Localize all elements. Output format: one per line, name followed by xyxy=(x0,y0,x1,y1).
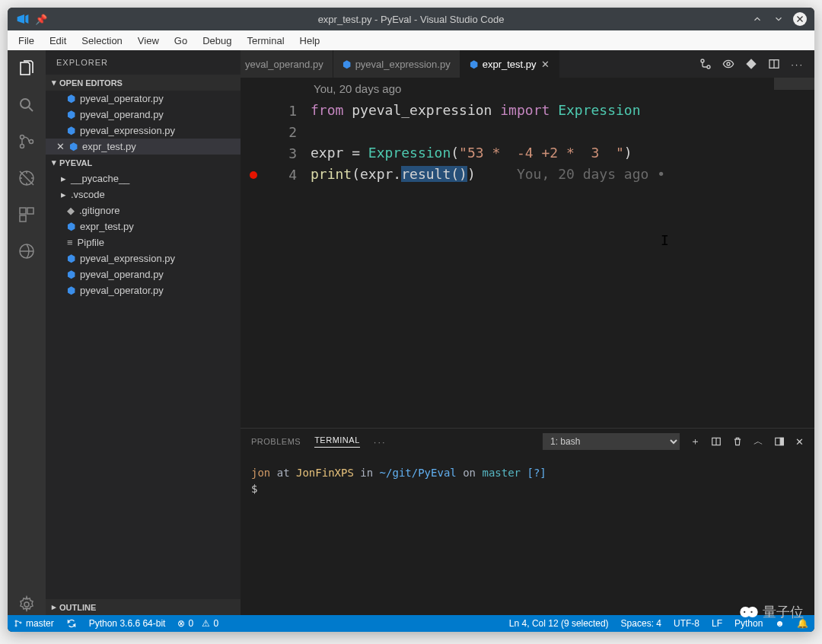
open-editors-header[interactable]: ▾ OPEN EDITORS xyxy=(46,75,241,91)
tab-problems[interactable]: PROBLEMS xyxy=(251,437,301,446)
outline-header[interactable]: ▸ OUTLINE xyxy=(46,599,241,615)
python-icon: ⬢ xyxy=(67,93,75,104)
more-icon[interactable]: ··· xyxy=(374,436,387,448)
svg-point-0 xyxy=(21,99,30,108)
eol[interactable]: LF xyxy=(706,618,728,629)
svg-rect-6 xyxy=(27,208,33,214)
search-icon[interactable] xyxy=(16,94,37,116)
editor-tab[interactable]: ⬢expr_test.py✕ xyxy=(460,50,559,78)
maximize-panel-icon[interactable]: ︿ xyxy=(754,435,763,448)
editor-area: yeval_operand.py ⬢pyeval_expression.py ⬢… xyxy=(241,50,814,615)
chevron-down-icon: ▾ xyxy=(52,158,56,167)
python-interpreter[interactable]: Python 3.6.6 64-bit xyxy=(83,618,172,629)
title-bar[interactable]: 📌 expr_test.py - PyEval - Visual Studio … xyxy=(8,8,814,30)
git-blame-annotation: You, 20 days ago • xyxy=(476,166,665,182)
encoding[interactable]: UTF-8 xyxy=(667,618,706,629)
folder-item[interactable]: ▸__pycache__ xyxy=(46,171,241,187)
text-cursor: I xyxy=(661,232,662,247)
python-icon: ⬢ xyxy=(69,141,78,152)
menu-bar: File Edit Selection View Go Debug Termin… xyxy=(8,30,814,50)
folder-item[interactable]: ▸.vscode xyxy=(46,187,241,202)
vscode-window: 📌 expr_test.py - PyEval - Visual Studio … xyxy=(8,8,814,632)
more-icon[interactable]: ··· xyxy=(791,59,804,70)
menu-help[interactable]: Help xyxy=(294,33,327,49)
explorer-icon[interactable] xyxy=(16,58,37,79)
watermark: 量子位 xyxy=(738,601,804,623)
problems-count[interactable]: ⊗0 ⚠0 xyxy=(171,618,225,629)
python-icon: ⬢ xyxy=(67,269,75,280)
menu-terminal[interactable]: Terminal xyxy=(241,33,290,49)
code-editor[interactable]: 1 2 3 4 You, 20 days ago from pyeval_exp… xyxy=(241,78,814,428)
close-panel-icon[interactable]: ✕ xyxy=(795,436,804,448)
explorer-sidebar: EXPLORER ▾ OPEN EDITORS ⬢pyeval_operator… xyxy=(46,50,241,615)
status-bar: master Python 3.6.6 64-bit ⊗0 ⚠0 Ln 4, C… xyxy=(8,615,814,632)
menu-edit[interactable]: Edit xyxy=(43,33,72,49)
close-icon[interactable]: ✕ xyxy=(541,59,550,70)
main-area: EXPLORER ▾ OPEN EDITORS ⬢pyeval_operator… xyxy=(8,50,814,615)
svg-point-18 xyxy=(15,625,17,626)
gutter: 1 2 3 4 xyxy=(241,78,311,428)
menu-selection[interactable]: Selection xyxy=(75,33,128,49)
open-editor-item[interactable]: ⬢pyeval_operator.py xyxy=(46,91,241,107)
panel-tabs: PROBLEMS TERMINAL ··· 1: bash ＋ ︿ ✕ xyxy=(241,429,814,454)
file-item[interactable]: ◆.gitignore xyxy=(46,202,241,218)
live-share-icon[interactable] xyxy=(16,241,37,262)
editor-tab[interactable]: ⬢pyeval_expression.py xyxy=(333,50,460,78)
tab-terminal[interactable]: TERMINAL xyxy=(314,435,360,448)
line-number: 1 xyxy=(241,100,311,122)
selected-text: result() xyxy=(401,166,467,182)
open-editor-item[interactable]: ✕⬢expr_test.py xyxy=(46,139,241,155)
settings-icon[interactable] xyxy=(16,594,37,615)
menu-debug[interactable]: Debug xyxy=(196,33,237,49)
codelens: You, 20 days ago xyxy=(311,81,814,100)
menu-go[interactable]: Go xyxy=(168,33,193,49)
svg-point-21 xyxy=(747,607,758,617)
maximize-icon[interactable] xyxy=(772,12,785,26)
file-item[interactable]: ⬢expr_test.py xyxy=(46,218,241,234)
file-item[interactable]: ⬢pyeval_operand.py xyxy=(46,266,241,282)
sync-icon[interactable] xyxy=(60,618,83,629)
file-item[interactable]: ≡Pipfile xyxy=(46,234,241,250)
terminal[interactable]: jon at JonFinXPS in ~/git/PyEval on mast… xyxy=(241,454,814,615)
split-icon[interactable] xyxy=(768,58,780,70)
minimap[interactable] xyxy=(773,78,814,428)
python-icon: ⬢ xyxy=(470,59,478,70)
sidebar-title: EXPLORER xyxy=(46,50,241,75)
python-icon: ⬢ xyxy=(67,125,75,136)
toggle-panel-icon[interactable] xyxy=(774,436,785,447)
line-number: 4 xyxy=(241,164,311,186)
activity-bar xyxy=(8,50,46,615)
scm-icon[interactable] xyxy=(16,131,37,152)
pin-icon[interactable]: 📌 xyxy=(35,14,47,25)
python-icon: ⬢ xyxy=(342,59,351,70)
svg-point-2 xyxy=(21,145,24,148)
close-icon[interactable] xyxy=(793,12,807,26)
debug-icon[interactable] xyxy=(16,167,37,189)
menu-view[interactable]: View xyxy=(132,33,165,49)
kill-terminal-icon[interactable] xyxy=(732,436,743,447)
svg-point-10 xyxy=(701,59,704,62)
editor-tab[interactable]: yeval_operand.py xyxy=(241,50,333,78)
extensions-icon[interactable] xyxy=(16,204,37,225)
split-terminal-icon[interactable] xyxy=(711,436,722,447)
new-terminal-icon[interactable]: ＋ xyxy=(690,435,700,448)
diff-icon[interactable] xyxy=(745,58,757,70)
file-item[interactable]: ⬢pyeval_operator.py xyxy=(46,282,241,298)
cursor-position[interactable]: Ln 4, Col 12 (9 selected) xyxy=(503,618,615,629)
preview-icon[interactable] xyxy=(722,58,734,70)
minimize-icon[interactable] xyxy=(750,12,764,26)
git-branch[interactable]: master xyxy=(8,618,60,629)
svg-point-23 xyxy=(750,611,752,613)
code-content[interactable]: You, 20 days ago from pyeval_expression … xyxy=(311,78,814,428)
terminal-selector[interactable]: 1: bash xyxy=(543,433,680,450)
git-compare-icon[interactable] xyxy=(699,58,712,70)
menu-file[interactable]: File xyxy=(12,33,40,49)
open-editor-item[interactable]: ⬢pyeval_operand.py xyxy=(46,107,241,123)
python-icon: ⬢ xyxy=(67,285,75,296)
close-icon[interactable]: ✕ xyxy=(56,141,65,152)
project-header[interactable]: ▾ PYEVAL xyxy=(46,155,241,171)
window-title: expr_test.py - PyEval - Visual Studio Co… xyxy=(8,14,814,25)
indent[interactable]: Spaces: 4 xyxy=(615,618,667,629)
file-item[interactable]: ⬢pyeval_expression.py xyxy=(46,250,241,266)
open-editor-item[interactable]: ⬢pyeval_expression.py xyxy=(46,123,241,139)
